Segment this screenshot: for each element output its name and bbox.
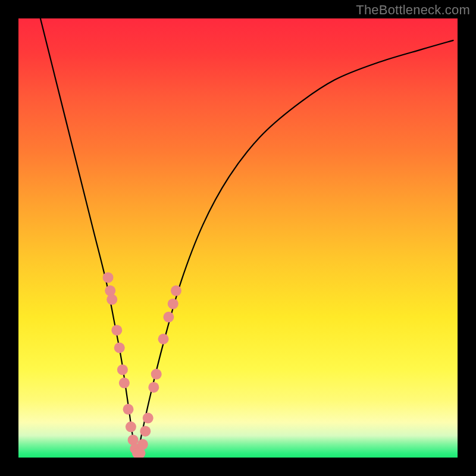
watermark-text: TheBottleneck.com [356,2,470,18]
marker-point [143,413,154,424]
marker-point [111,325,122,336]
marker-point [151,369,162,380]
marker-point [123,404,134,415]
marker-point [107,294,117,305]
marker-point [126,421,136,432]
marker-point [168,299,178,309]
marker-point [171,286,181,296]
marker-point [140,426,151,437]
marker-point [117,364,128,375]
marker-point [114,343,125,353]
marker-point [119,378,130,389]
marker-point [148,382,159,393]
marker-point [137,439,148,450]
marker-point [163,312,174,322]
marker-point [103,272,114,283]
chart-plot-area [18,18,458,458]
bottleneck-curve [40,18,453,458]
marker-point [158,334,169,345]
marker-group [103,272,181,458]
chart-svg [18,18,458,458]
